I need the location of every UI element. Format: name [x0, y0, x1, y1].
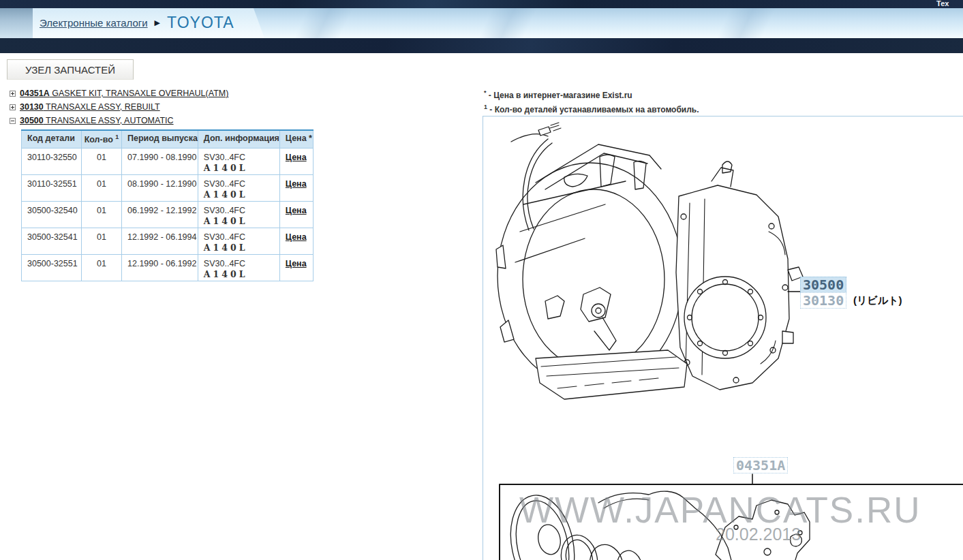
column-header-price: Цена * [279, 130, 313, 148]
tree-item-link[interactable]: 30500 TRANSAXLE ASSY, AUTOMATIC [20, 116, 174, 126]
part-code-cell: 30110-32550 [22, 148, 82, 174]
part-code-cell: 30500-32551 [22, 254, 82, 281]
tab-parts-node-label: УЗЕЛ ЗАПЧАСТЕЙ [25, 64, 115, 76]
table-row: 30500-32540 01 06.1992 - 12.1992 SV30..4… [22, 201, 314, 228]
tab-parts-node[interactable]: УЗЕЛ ЗАПЧАСТЕЙ [7, 59, 134, 80]
diagram-label-30500[interactable]: 30500 [800, 277, 846, 293]
footnotes: * - Цена в интернет-магазине Exist.ru 1 … [484, 87, 699, 116]
price-link[interactable]: Цена [286, 179, 307, 189]
qty-cell: 01 [82, 201, 122, 228]
info-cell: SV30..4FCA140L [198, 174, 279, 201]
band-streak [477, 8, 538, 38]
qty-cell: 01 [82, 174, 122, 201]
info-cell: SV30..4FCA140L [198, 201, 279, 228]
band-streak [293, 8, 354, 38]
info-cell: SV30..4FCA140L [198, 148, 279, 174]
model-code: A140L [204, 269, 279, 279]
qty-cell: 01 [82, 254, 122, 281]
tree-item-link[interactable]: 30130 TRANSAXLE ASSY, REBUILT [20, 102, 160, 112]
model-code: A140L [204, 243, 279, 253]
tree-item-code: 30130 [20, 102, 44, 112]
tree-item-label: TRANSAXLE ASSY, AUTOMATIC [44, 116, 174, 125]
qty-cell: 01 [82, 148, 122, 174]
price-link[interactable]: Цена [286, 232, 307, 242]
model-code: A140L [204, 216, 279, 226]
model-code: A140L [204, 163, 279, 173]
price-cell: Цена [279, 174, 313, 201]
tree-item-link[interactable]: 04351A GASKET KIT, TRANSAXLE OVERHAUL(AT… [20, 89, 228, 99]
breadcrumb-catalogs-link[interactable]: Электронные каталоги [40, 17, 148, 29]
minus-box-icon[interactable] [10, 118, 16, 124]
tree-item-30500: 30500 TRANSAXLE ASSY, AUTOMATIC [10, 116, 459, 129]
header-top-band [0, 0, 963, 8]
plus-box-icon[interactable] [10, 91, 16, 97]
table-row: 30500-32551 01 12.1990 - 06.1992 SV30..4… [22, 254, 314, 281]
period-cell: 12.1990 - 06.1992 [122, 254, 198, 281]
table-header-row: Код детали Кол-во 1 Период выпуска Доп. … [22, 130, 314, 148]
part-code-cell: 30110-32551 [22, 174, 82, 201]
model-code: A140L [204, 189, 279, 200]
period-cell: 08.1990 - 12.1990 [122, 174, 198, 201]
price-cell: Цена [279, 254, 313, 281]
breadcrumb-arrow-icon: ▶ [155, 18, 160, 27]
price-cell: Цена [279, 148, 313, 174]
table-row: 30110-32550 01 07.1990 - 08.1990 SV30..4… [22, 148, 314, 174]
breadcrumb: Электронные каталоги ▶ TOYOTA [40, 14, 234, 32]
qty-cell: 01 [82, 228, 122, 254]
header-dark-band [0, 38, 963, 53]
diagram-label-04351A[interactable]: 04351A [733, 457, 788, 473]
column-header-code: Код детали [22, 130, 82, 148]
catalog-page: Тех Электронные каталоги ▶ TOYOTA УЗЕЛ З… [0, 0, 963, 560]
column-header-qty: Кол-во 1 [82, 130, 122, 148]
diagram-label-rebuilt-jp: (リビルト) [853, 294, 902, 307]
header-top-right-text: Тех [936, 0, 949, 7]
tree-item-code: 04351A [20, 89, 50, 98]
part-code-cell: 30500-32540 [22, 201, 82, 228]
band-streak [716, 8, 777, 38]
table-row: 30110-32551 01 08.1990 - 12.1990 SV30..4… [22, 174, 314, 201]
diagram-label-30130[interactable]: 30130 [800, 292, 846, 309]
column-header-period: Период выпуска [122, 130, 198, 148]
breadcrumb-brand-title: TOYOTA [167, 14, 234, 32]
price-link[interactable]: Цена [286, 206, 307, 215]
tree-item-30130: 30130 TRANSAXLE ASSY, REBUILT [10, 102, 459, 116]
parts-tree: 04351A GASKET KIT, TRANSAXLE OVERHAUL(AT… [10, 89, 459, 129]
price-cell: Цена [279, 228, 313, 254]
breadcrumb-band-left-shade [0, 8, 33, 38]
parts-table: Код детали Кол-во 1 Период выпуска Доп. … [21, 129, 314, 281]
period-cell: 12.1992 - 06.1994 [122, 228, 198, 254]
period-cell: 07.1990 - 08.1990 [122, 148, 198, 174]
watermark-date: 20.02.2013 [716, 525, 801, 544]
price-cell: Цена [279, 201, 313, 228]
period-cell: 06.1992 - 12.1992 [122, 201, 198, 228]
info-cell: SV30..4FCA140L [198, 228, 279, 254]
footnote-price: * - Цена в интернет-магазине Exist.ru [484, 87, 699, 102]
part-code-cell: 30500-32541 [22, 228, 82, 254]
tree-item-04351A: 04351A GASKET KIT, TRANSAXLE OVERHAUL(AT… [10, 89, 459, 102]
tree-item-code: 30500 [20, 116, 44, 125]
column-header-info: Доп. информация [198, 130, 279, 148]
price-link[interactable]: Цена [286, 153, 307, 162]
table-row: 30500-32541 01 12.1992 - 06.1994 SV30..4… [22, 228, 314, 254]
tree-item-label: TRANSAXLE ASSY, REBUILT [44, 102, 160, 112]
footnote-qty: 1 - Кол-во деталей устанавливаемых на ав… [484, 102, 699, 116]
info-cell: SV30..4FCA140L [198, 254, 279, 281]
tree-item-label: GASKET KIT, TRANSAXLE OVERHAUL(ATM) [50, 89, 229, 98]
plus-box-icon[interactable] [10, 104, 16, 110]
price-link[interactable]: Цена [286, 259, 307, 268]
